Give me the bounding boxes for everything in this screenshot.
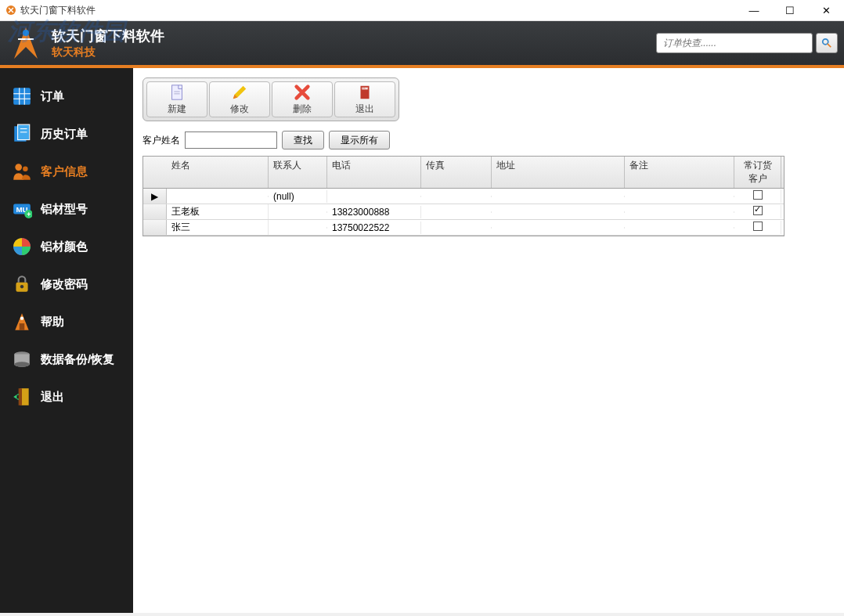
header-phone[interactable]: 电话 bbox=[327, 157, 421, 188]
exit-icon bbox=[11, 386, 33, 408]
pencil-icon bbox=[231, 84, 248, 101]
search-customer-button[interactable]: 查找 bbox=[282, 131, 324, 149]
frequent-checkbox[interactable] bbox=[753, 190, 763, 200]
exit-door-icon: EXIT bbox=[356, 84, 373, 101]
tool-label: 退出 bbox=[355, 103, 374, 116]
cell-fax[interactable] bbox=[421, 196, 492, 197]
header-remark[interactable]: 备注 bbox=[625, 157, 734, 188]
header-title: 软天门窗下料软件 bbox=[52, 27, 164, 45]
cell-remark[interactable] bbox=[625, 227, 734, 229]
row-selector[interactable] bbox=[143, 220, 167, 235]
tool-label: 修改 bbox=[230, 103, 249, 116]
cell-remark[interactable] bbox=[625, 211, 734, 213]
row-selector[interactable] bbox=[143, 204, 167, 219]
maximize-button[interactable]: ☐ bbox=[772, 0, 808, 21]
sidebar-item-material-model[interactable]: MU+ 铝材型号 bbox=[0, 190, 133, 228]
sidebar-item-label: 数据备份/恢复 bbox=[41, 352, 114, 367]
frequent-checkbox[interactable] bbox=[753, 206, 763, 215]
docs-icon bbox=[11, 123, 33, 145]
header-contact[interactable]: 联系人 bbox=[269, 157, 327, 188]
cell-fax[interactable] bbox=[421, 227, 492, 229]
cell-phone[interactable]: 13750022522 bbox=[327, 222, 421, 234]
new-button[interactable]: 新建 bbox=[146, 81, 207, 117]
customer-name-input[interactable] bbox=[185, 131, 277, 149]
cell-phone[interactable] bbox=[327, 196, 421, 197]
sidebar-item-backup[interactable]: 数据备份/恢复 bbox=[0, 340, 133, 378]
order-search-input[interactable] bbox=[656, 33, 813, 53]
svg-text:EXIT: EXIT bbox=[362, 86, 367, 89]
header-address[interactable]: 地址 bbox=[492, 157, 625, 188]
sidebar-item-change-password[interactable]: 修改密码 bbox=[0, 265, 133, 303]
table-header: 姓名 联系人 电话 传真 地址 备注 常订货客户 bbox=[143, 157, 784, 189]
svg-point-14 bbox=[23, 167, 28, 172]
sidebar-item-orders[interactable]: 订单 bbox=[0, 77, 133, 115]
sidebar: 订单 历史订单 客户信息 MU+ 铝材型号 铝材颜色 修改密码 帮助 数据备份/ bbox=[0, 68, 133, 613]
svg-rect-28 bbox=[172, 85, 182, 99]
header-fax[interactable]: 传真 bbox=[421, 157, 492, 188]
table-row[interactable]: 张三13750022522 bbox=[143, 220, 784, 236]
sidebar-item-label: 退出 bbox=[41, 390, 64, 405]
sidebar-item-label: 修改密码 bbox=[41, 277, 88, 292]
app-header: 软天门窗下料软件 软天科技 bbox=[0, 21, 844, 68]
sidebar-item-exit[interactable]: 退出 bbox=[0, 378, 133, 416]
header-subtitle: 软天科技 bbox=[52, 45, 164, 59]
sidebar-item-history[interactable]: 历史订单 bbox=[0, 115, 133, 153]
svg-rect-22 bbox=[20, 323, 25, 330]
sidebar-item-label: 历史订单 bbox=[41, 127, 88, 142]
cell-contact[interactable] bbox=[269, 211, 327, 213]
exit-button[interactable]: EXIT 退出 bbox=[334, 81, 395, 117]
header-name[interactable]: 姓名 bbox=[167, 157, 269, 188]
svg-point-23 bbox=[20, 317, 23, 320]
cell-name[interactable]: 王老板 bbox=[167, 204, 269, 219]
cell-contact[interactable]: (null) bbox=[269, 190, 327, 203]
filter-row: 客户姓名 查找 显示所有 bbox=[142, 131, 835, 149]
help-icon bbox=[11, 311, 33, 333]
cell-frequent[interactable] bbox=[734, 205, 781, 218]
header-frequent[interactable]: 常订货客户 bbox=[734, 157, 781, 188]
sidebar-item-help[interactable]: 帮助 bbox=[0, 303, 133, 340]
cell-contact[interactable] bbox=[269, 227, 327, 229]
main-toolbar: 新建 修改 删除 EXIT 退出 bbox=[142, 77, 399, 121]
close-button[interactable]: ✕ bbox=[808, 0, 844, 21]
delete-button[interactable]: 删除 bbox=[272, 81, 333, 117]
sidebar-item-customers[interactable]: 客户信息 bbox=[0, 153, 133, 190]
svg-point-21 bbox=[20, 285, 23, 288]
sidebar-item-label: 铝材型号 bbox=[41, 202, 88, 217]
sidebar-item-label: 客户信息 bbox=[41, 164, 88, 179]
cell-remark[interactable] bbox=[625, 196, 734, 197]
svg-point-25 bbox=[14, 362, 30, 367]
table-row[interactable]: 王老板13823000888 bbox=[143, 204, 784, 220]
grid-icon bbox=[11, 85, 33, 107]
tool-label: 新建 bbox=[168, 103, 186, 116]
window-title: 软天门窗下料软件 bbox=[20, 4, 96, 17]
sidebar-item-material-color[interactable]: 铝材颜色 bbox=[0, 228, 133, 265]
svg-point-1 bbox=[23, 30, 29, 36]
edit-button[interactable]: 修改 bbox=[209, 81, 270, 117]
cell-frequent[interactable] bbox=[734, 221, 781, 234]
tool-label: 删除 bbox=[293, 103, 312, 116]
cell-frequent[interactable] bbox=[734, 189, 781, 203]
app-icon bbox=[5, 4, 17, 16]
table-row[interactable]: ▶(null) bbox=[143, 189, 784, 204]
search-button[interactable] bbox=[816, 33, 838, 53]
cell-phone[interactable]: 13823000888 bbox=[327, 206, 421, 218]
color-wheel-icon bbox=[11, 236, 33, 258]
backup-icon bbox=[11, 348, 33, 370]
svg-text:+: + bbox=[27, 211, 31, 218]
delete-x-icon bbox=[294, 84, 311, 101]
minimize-button[interactable]: — bbox=[736, 0, 772, 21]
svg-rect-27 bbox=[19, 388, 22, 405]
sidebar-item-label: 帮助 bbox=[41, 315, 64, 330]
cell-address[interactable] bbox=[492, 211, 625, 213]
cell-address[interactable] bbox=[492, 196, 625, 197]
show-all-button[interactable]: 显示所有 bbox=[329, 131, 390, 149]
lock-icon bbox=[11, 273, 33, 295]
cell-name[interactable]: 张三 bbox=[167, 220, 269, 235]
cell-name[interactable] bbox=[167, 196, 269, 197]
frequent-checkbox[interactable] bbox=[753, 222, 763, 231]
window-titlebar: 软天门窗下料软件 — ☐ ✕ bbox=[0, 0, 844, 21]
svg-rect-4 bbox=[13, 88, 31, 105]
row-selector[interactable]: ▶ bbox=[143, 189, 167, 204]
cell-address[interactable] bbox=[492, 227, 625, 229]
cell-fax[interactable] bbox=[421, 211, 492, 213]
